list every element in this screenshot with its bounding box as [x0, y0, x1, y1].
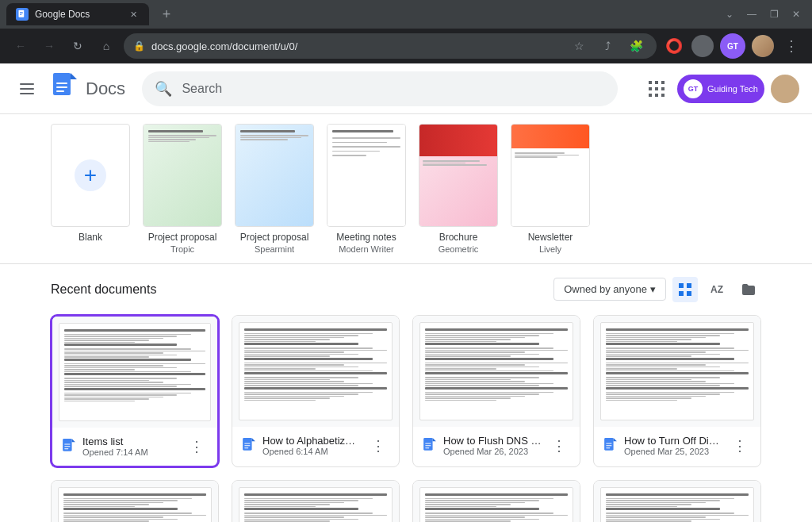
profile-icon[interactable] — [691, 35, 714, 57]
doc-text-line — [63, 515, 206, 516]
document-card-1[interactable]: How to Alphabetize in Go... Opened 6:14 … — [232, 315, 400, 467]
modern-line — [332, 130, 393, 132]
template-brochure-geometric[interactable]: Brochure Geometric — [419, 124, 498, 254]
template-scroll: + Blank Project proposal Tropic — [51, 124, 761, 254]
doc-text-line — [606, 393, 720, 395]
guiding-tech-label: Guiding Tech — [707, 84, 758, 94]
template-newsletter-lively[interactable]: Newsletter Lively — [511, 124, 590, 254]
opera-icon[interactable]: ⭕ — [663, 35, 685, 57]
guiding-tech-button[interactable]: GT Guiding Tech — [677, 75, 764, 103]
svg-rect-1 — [20, 12, 23, 13]
svg-rect-26 — [64, 446, 70, 447]
minimize-button[interactable]: — — [742, 5, 761, 24]
extension-puzzle-icon[interactable]: 🧩 — [625, 35, 647, 57]
hamburger-menu-button[interactable] — [13, 75, 41, 103]
document-card-0[interactable]: Items list Opened 7:14 AM ⋮ — [51, 315, 219, 467]
doc-text-line — [606, 335, 720, 336]
guiding-tech-avatar: GT — [684, 79, 703, 98]
doc-text-line — [606, 502, 706, 504]
template-project-tropic[interactable]: Project proposal Tropic — [143, 124, 222, 254]
doc-text-line — [606, 368, 677, 370]
doc-text-line — [606, 397, 691, 399]
template-project-spearmint[interactable]: Project proposal Spearmint — [235, 124, 314, 254]
folder-view-button[interactable] — [736, 277, 761, 302]
maximize-button[interactable]: ❐ — [764, 5, 783, 24]
owned-by-label: Owned by anyone — [564, 283, 647, 295]
modern-line — [332, 137, 400, 139]
owned-by-dropdown[interactable]: Owned by anyone ▾ — [553, 278, 666, 301]
document-card-4[interactable]: Document 5 Opened Mar 24, 2023 ⋮ — [51, 480, 219, 522]
doc-file-icon — [62, 439, 76, 455]
guiding-tech-extension-button[interactable]: GT — [720, 33, 745, 59]
doc-menu-button[interactable]: ⋮ — [186, 436, 208, 458]
doc-text-line — [606, 354, 720, 355]
doc-text-line — [606, 351, 706, 353]
doc-text-line — [244, 512, 373, 514]
modern-template-thumb — [327, 124, 406, 227]
doc-text-line — [244, 379, 330, 381]
doc-menu-button[interactable]: ⋮ — [548, 435, 570, 457]
doc-details: Items list Opened 7:14 AM — [82, 436, 179, 457]
svg-rect-21 — [687, 283, 691, 288]
share-icon[interactable]: ⤴ — [596, 35, 619, 57]
doc-text-line — [64, 336, 177, 337]
doc-text-line — [425, 351, 525, 353]
home-button[interactable]: ⌂ — [95, 35, 117, 57]
tropic-thumb-content — [144, 125, 221, 226]
svg-rect-27 — [64, 448, 68, 449]
document-card-6[interactable]: Document 7 Opened Mar 22, 2023 ⋮ — [412, 480, 580, 522]
document-card-2[interactable]: How to Flush DNS Cache ... Opened Mar 26… — [412, 315, 580, 467]
new-tab-button[interactable]: + — [155, 3, 178, 25]
doc-text-line — [244, 350, 387, 351]
doc-text-line — [425, 515, 568, 516]
doc-text-line — [425, 355, 511, 357]
doc-text-line — [244, 351, 344, 353]
user-profile-button[interactable] — [771, 75, 799, 103]
doc-file-icon — [242, 438, 256, 454]
template-blank[interactable]: + Blank — [51, 124, 130, 254]
modern-line — [332, 155, 366, 156]
doc-text-line — [64, 338, 163, 340]
bookmark-icon[interactable]: ☆ — [568, 35, 590, 57]
browser-tab[interactable]: Google Docs ✕ — [6, 3, 149, 25]
doc-thumbnail — [594, 316, 760, 427]
doc-text-line — [63, 504, 149, 505]
doc-name: How to Alphabetize in Go... — [262, 435, 361, 447]
doc-thumbnail — [594, 481, 760, 522]
template-meeting-modern[interactable]: Meeting notes Modern Writer — [327, 124, 406, 254]
google-apps-button[interactable] — [642, 75, 671, 103]
spearmint-thumb-content — [236, 125, 313, 226]
modern-line — [332, 151, 380, 152]
reload-button[interactable]: ↻ — [67, 35, 89, 57]
doc-text-line — [606, 400, 677, 401]
doc-text-line — [244, 367, 358, 368]
geometric-line — [423, 164, 487, 166]
document-card-7[interactable]: Document 8 Opened Mar 21, 2023 ⋮ — [593, 480, 761, 522]
doc-text-line — [425, 377, 539, 378]
doc-menu-button[interactable]: ⋮ — [729, 435, 751, 457]
forward-button[interactable]: → — [38, 35, 60, 57]
doc-text-line — [425, 520, 511, 522]
sort-view-button[interactable]: AZ — [704, 277, 730, 302]
address-bar[interactable]: 🔒 docs.google.com/document/u/0/ ☆ ⤴ 🧩 — [124, 33, 657, 59]
close-window-button[interactable]: ✕ — [787, 5, 806, 24]
doc-text-line — [63, 506, 135, 508]
doc-details: How to Flush DNS Cache ... Opened Mar 26… — [443, 435, 542, 456]
template-brochure-geometric-sublabel: Geometric — [439, 244, 479, 254]
svg-rect-35 — [425, 447, 429, 448]
tab-close-button[interactable]: ✕ — [127, 8, 140, 21]
doc-text-line — [425, 347, 553, 349]
svg-rect-33 — [425, 443, 431, 443]
more-options-icon[interactable]: ⋮ — [780, 35, 802, 57]
document-card-3[interactable]: How to Turn Off Direct M... Opened Mar 2… — [593, 315, 761, 467]
user-avatar-button[interactable] — [752, 35, 774, 57]
doc-text-line — [606, 385, 720, 386]
grid-view-button[interactable] — [672, 277, 698, 302]
search-bar[interactable]: 🔍 Search — [142, 71, 618, 106]
document-card-5[interactable]: Document 6 Opened Mar 23, 2023 ⋮ — [232, 480, 400, 522]
doc-info: Items list Opened 7:14 AM ⋮ — [52, 428, 217, 466]
search-input[interactable]: Search — [182, 82, 605, 96]
doc-menu-button[interactable]: ⋮ — [367, 435, 389, 457]
chevron-down-icon[interactable]: ⌄ — [720, 5, 739, 24]
back-button[interactable]: ← — [10, 35, 32, 57]
